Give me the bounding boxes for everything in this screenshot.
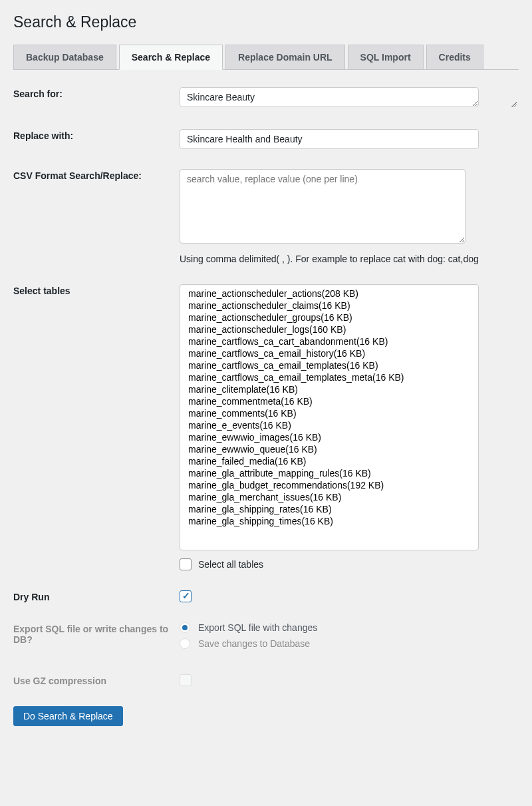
tabs-bar: Backup Database Search & Replace Replace… (13, 45, 519, 70)
table-option[interactable]: marine_actionscheduler_claims(16 KB) (183, 300, 475, 311)
table-option[interactable]: marine_actionscheduler_actions(208 KB) (183, 288, 475, 300)
table-option[interactable]: marine_e_events(16 KB) (183, 419, 475, 431)
export-sql-radio[interactable] (180, 622, 190, 633)
search-for-input[interactable]: Skincare Beauty (180, 87, 479, 107)
table-option[interactable]: marine_gla_shipping_times(16 KB) (183, 515, 475, 527)
table-option[interactable]: marine_gla_attribute_mapping_rules(16 KB… (183, 467, 475, 479)
table-option[interactable]: marine_cartflows_ca_cart_abandonment(16 … (183, 335, 475, 347)
dry-run-checkbox[interactable] (180, 590, 192, 602)
save-to-db-radio[interactable] (180, 638, 190, 649)
select-tables-label: Select tables (13, 286, 70, 296)
table-option[interactable]: marine_actionscheduler_groups(16 KB) (183, 311, 475, 323)
table-option[interactable]: marine_gla_budget_recommendations(192 KB… (183, 479, 475, 491)
replace-with-label: Replace with: (13, 130, 73, 141)
export-label: Export SQL file or write changes to DB? (13, 624, 168, 645)
do-search-replace-button[interactable]: Do Search & Replace (13, 706, 123, 726)
table-option[interactable]: marine_gla_shipping_rates(16 KB) (183, 503, 475, 515)
table-option[interactable]: marine_cartflows_ca_email_templates_meta… (183, 371, 475, 383)
csv-help-text: Using comma delimited( , ). For example … (180, 254, 519, 264)
select-tables-list[interactable]: marine_actionscheduler_actions(208 KB)ma… (180, 284, 479, 550)
export-sql-label: Export SQL file with changes (198, 622, 317, 633)
dry-run-label: Dry Run (13, 592, 49, 602)
tab-sql-import[interactable]: SQL Import (348, 45, 424, 69)
search-for-label: Search for: (13, 89, 63, 99)
gz-label: Use GZ compression (13, 676, 106, 686)
save-to-db-label: Save changes to Database (198, 638, 310, 649)
table-option[interactable]: marine_ewwwio_queue(16 KB) (183, 443, 475, 455)
page-title: Search & Replace (13, 13, 519, 31)
gz-checkbox[interactable] (180, 674, 192, 686)
replace-with-input[interactable] (180, 129, 479, 149)
table-option[interactable]: marine_ewwwio_images(16 KB) (183, 431, 475, 443)
table-option[interactable]: marine_failed_media(16 KB) (183, 455, 475, 467)
table-option[interactable]: marine_clitemplate(16 KB) (183, 383, 475, 395)
table-option[interactable]: marine_commentmeta(16 KB) (183, 395, 475, 407)
tab-replace-domain-url[interactable]: Replace Domain URL (225, 45, 345, 69)
table-option[interactable]: marine_gla_merchant_issues(16 KB) (183, 491, 475, 503)
table-option[interactable]: marine_actionscheduler_logs(160 KB) (183, 323, 475, 335)
table-option[interactable]: marine_comments(16 KB) (183, 407, 475, 419)
tab-credits[interactable]: Credits (426, 45, 483, 69)
select-all-tables-checkbox[interactable] (180, 558, 192, 570)
tab-search-replace[interactable]: Search & Replace (119, 45, 223, 70)
select-all-tables-label: Select all tables (198, 559, 263, 570)
csv-textarea[interactable] (180, 169, 466, 244)
tab-backup-database[interactable]: Backup Database (13, 45, 116, 69)
table-option[interactable]: marine_cartflows_ca_email_history(16 KB) (183, 347, 475, 359)
table-option[interactable]: marine_cartflows_ca_email_templates(16 K… (183, 359, 475, 371)
csv-label: CSV Format Search/Replace: (13, 170, 142, 181)
